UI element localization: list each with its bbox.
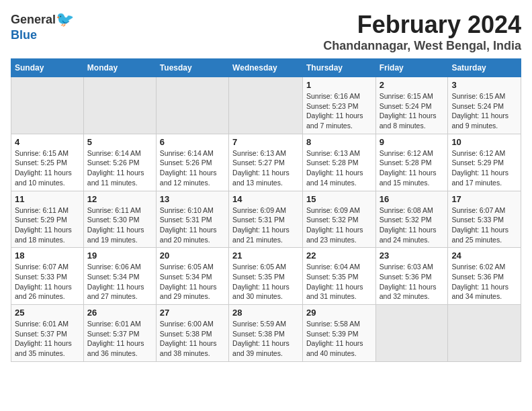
column-header-monday: Monday (83, 59, 156, 77)
day-number: 11 (15, 194, 80, 204)
day-cell: 14Sunrise: 6:09 AMSunset: 5:31 PMDayligh… (229, 191, 303, 248)
day-info: Sunrise: 6:14 AMSunset: 5:26 PMDaylight:… (160, 148, 225, 188)
day-number: 25 (15, 308, 80, 318)
day-number: 1 (306, 80, 372, 90)
day-cell (156, 77, 228, 134)
day-number: 22 (306, 250, 372, 261)
column-header-wednesday: Wednesday (229, 59, 303, 77)
month-title: February 2024 (323, 11, 521, 39)
day-info: Sunrise: 6:14 AMSunset: 5:26 PMDaylight:… (87, 148, 152, 188)
day-info: Sunrise: 6:15 AMSunset: 5:24 PMDaylight:… (380, 91, 445, 131)
column-header-saturday: Saturday (448, 59, 521, 77)
day-cell (83, 77, 156, 134)
day-number: 15 (306, 194, 372, 204)
day-cell (229, 77, 303, 134)
day-number: 14 (232, 194, 299, 204)
location-title: Chandannagar, West Bengal, India (323, 39, 521, 53)
day-cell: 3Sunrise: 6:15 AMSunset: 5:24 PMDaylight… (448, 77, 521, 134)
day-cell: 8Sunrise: 6:13 AMSunset: 5:28 PMDaylight… (302, 134, 375, 191)
day-cell: 29Sunrise: 5:58 AMSunset: 5:39 PMDayligh… (302, 305, 375, 362)
day-info: Sunrise: 6:08 AMSunset: 5:32 PMDaylight:… (380, 205, 445, 245)
day-number: 29 (306, 308, 372, 318)
day-info: Sunrise: 6:07 AMSunset: 5:33 PMDaylight:… (15, 262, 80, 302)
day-number: 18 (15, 250, 80, 261)
day-number: 9 (380, 137, 445, 147)
title-area: February 2024 Chandannagar, West Bengal,… (323, 11, 521, 53)
day-info: Sunrise: 6:12 AMSunset: 5:28 PMDaylight:… (380, 148, 445, 188)
day-cell: 11Sunrise: 6:11 AMSunset: 5:29 PMDayligh… (11, 191, 84, 248)
day-number: 8 (306, 137, 372, 147)
day-cell: 10Sunrise: 6:12 AMSunset: 5:29 PMDayligh… (448, 134, 521, 191)
day-cell: 26Sunrise: 6:01 AMSunset: 5:37 PMDayligh… (83, 305, 156, 362)
week-row-3: 11Sunrise: 6:11 AMSunset: 5:29 PMDayligh… (11, 191, 521, 248)
day-number: 20 (160, 250, 225, 261)
day-info: Sunrise: 6:05 AMSunset: 5:34 PMDaylight:… (160, 262, 225, 302)
day-info: Sunrise: 6:13 AMSunset: 5:28 PMDaylight:… (306, 148, 372, 188)
day-info: Sunrise: 6:04 AMSunset: 5:35 PMDaylight:… (306, 262, 372, 302)
page-header: General 🐦 Blue February 2024 Chandannaga… (11, 11, 521, 53)
day-cell: 21Sunrise: 6:05 AMSunset: 5:35 PMDayligh… (229, 248, 303, 305)
day-info: Sunrise: 6:06 AMSunset: 5:34 PMDaylight:… (87, 262, 152, 302)
day-info: Sunrise: 6:11 AMSunset: 5:29 PMDaylight:… (15, 205, 80, 245)
day-cell (11, 77, 84, 134)
day-number: 28 (232, 308, 299, 318)
column-header-sunday: Sunday (11, 59, 84, 77)
day-cell: 16Sunrise: 6:08 AMSunset: 5:32 PMDayligh… (375, 191, 448, 248)
day-number: 12 (87, 194, 152, 204)
day-cell: 23Sunrise: 6:03 AMSunset: 5:36 PMDayligh… (375, 248, 448, 305)
week-row-4: 18Sunrise: 6:07 AMSunset: 5:33 PMDayligh… (11, 248, 521, 305)
day-cell: 4Sunrise: 6:15 AMSunset: 5:25 PMDaylight… (11, 134, 84, 191)
day-cell: 28Sunrise: 5:59 AMSunset: 5:38 PMDayligh… (229, 305, 303, 362)
day-cell: 20Sunrise: 6:05 AMSunset: 5:34 PMDayligh… (156, 248, 228, 305)
day-number: 16 (380, 194, 445, 204)
day-number: 21 (232, 250, 299, 261)
calendar-table: SundayMondayTuesdayWednesdayThursdayFrid… (11, 58, 521, 362)
logo-blue: Blue (11, 28, 37, 42)
day-info: Sunrise: 6:09 AMSunset: 5:32 PMDaylight:… (306, 205, 372, 245)
day-cell: 9Sunrise: 6:12 AMSunset: 5:28 PMDaylight… (375, 134, 448, 191)
day-cell: 7Sunrise: 6:13 AMSunset: 5:27 PMDaylight… (229, 134, 303, 191)
day-info: Sunrise: 6:11 AMSunset: 5:30 PMDaylight:… (87, 205, 152, 245)
day-cell: 6Sunrise: 6:14 AMSunset: 5:26 PMDaylight… (156, 134, 228, 191)
day-number: 5 (87, 137, 152, 147)
day-number: 26 (87, 308, 152, 318)
week-row-2: 4Sunrise: 6:15 AMSunset: 5:25 PMDaylight… (11, 134, 521, 191)
day-info: Sunrise: 6:16 AMSunset: 5:23 PMDaylight:… (306, 91, 372, 131)
day-cell: 19Sunrise: 6:06 AMSunset: 5:34 PMDayligh… (83, 248, 156, 305)
day-cell: 27Sunrise: 6:00 AMSunset: 5:38 PMDayligh… (156, 305, 228, 362)
day-info: Sunrise: 5:58 AMSunset: 5:39 PMDaylight:… (306, 319, 372, 359)
logo-general: General (11, 13, 56, 27)
day-cell: 22Sunrise: 6:04 AMSunset: 5:35 PMDayligh… (302, 248, 375, 305)
day-number: 4 (15, 137, 80, 147)
day-info: Sunrise: 6:05 AMSunset: 5:35 PMDaylight:… (232, 262, 299, 302)
logo-bird-icon: 🐦 (56, 11, 74, 28)
header-row: SundayMondayTuesdayWednesdayThursdayFrid… (11, 59, 521, 77)
column-header-friday: Friday (375, 59, 448, 77)
day-info: Sunrise: 6:10 AMSunset: 5:31 PMDaylight:… (160, 205, 225, 245)
column-header-tuesday: Tuesday (156, 59, 228, 77)
day-cell: 24Sunrise: 6:02 AMSunset: 5:36 PMDayligh… (448, 248, 521, 305)
day-number: 10 (451, 137, 517, 147)
day-info: Sunrise: 6:01 AMSunset: 5:37 PMDaylight:… (15, 319, 80, 359)
week-row-1: 1Sunrise: 6:16 AMSunset: 5:23 PMDaylight… (11, 77, 521, 134)
day-number: 23 (380, 250, 445, 261)
day-info: Sunrise: 6:15 AMSunset: 5:24 PMDaylight:… (451, 91, 517, 131)
day-cell: 25Sunrise: 6:01 AMSunset: 5:37 PMDayligh… (11, 305, 84, 362)
day-cell: 1Sunrise: 6:16 AMSunset: 5:23 PMDaylight… (302, 77, 375, 134)
logo: General 🐦 Blue (11, 11, 74, 42)
day-info: Sunrise: 6:02 AMSunset: 5:36 PMDaylight:… (451, 262, 517, 302)
day-number: 6 (160, 137, 225, 147)
day-cell: 5Sunrise: 6:14 AMSunset: 5:26 PMDaylight… (83, 134, 156, 191)
day-info: Sunrise: 5:59 AMSunset: 5:38 PMDaylight:… (232, 319, 299, 359)
column-header-thursday: Thursday (302, 59, 375, 77)
day-number: 7 (232, 137, 299, 147)
day-number: 13 (160, 194, 225, 204)
day-cell: 2Sunrise: 6:15 AMSunset: 5:24 PMDaylight… (375, 77, 448, 134)
day-number: 27 (160, 308, 225, 318)
day-number: 2 (380, 80, 445, 90)
day-cell: 18Sunrise: 6:07 AMSunset: 5:33 PMDayligh… (11, 248, 84, 305)
day-info: Sunrise: 6:00 AMSunset: 5:38 PMDaylight:… (160, 319, 225, 359)
day-cell: 17Sunrise: 6:07 AMSunset: 5:33 PMDayligh… (448, 191, 521, 248)
day-info: Sunrise: 6:09 AMSunset: 5:31 PMDaylight:… (232, 205, 299, 245)
day-number: 24 (451, 250, 517, 261)
